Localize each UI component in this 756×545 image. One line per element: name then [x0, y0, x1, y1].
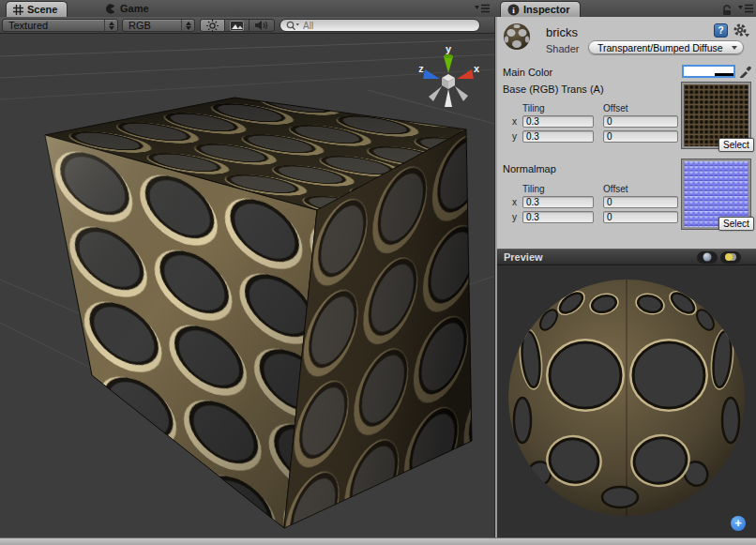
scene-audio-toggle[interactable] [249, 19, 275, 32]
normal-offset-y-input[interactable] [603, 211, 678, 223]
base-row-x-label: x [512, 116, 517, 127]
normal-offset-header: Offset [603, 184, 628, 194]
tab-inspector-label: Inspector [523, 4, 570, 15]
base-map-label: Base (RGB) Trans (A) [503, 83, 604, 95]
scene-toolbar: Textured RGB [0, 17, 495, 34]
alpha-bar [684, 73, 733, 76]
scene-overlay-toggle[interactable] [224, 19, 249, 32]
tab-scene-label: Scene [27, 4, 57, 15]
material-name: bricks [546, 25, 578, 39]
normal-tiling-y-input[interactable] [522, 211, 594, 223]
preview-area[interactable]: + [497, 265, 756, 537]
scene-panel-menu-icon[interactable] [474, 3, 491, 14]
preview-title: Preview [504, 251, 697, 263]
preview-add-button[interactable]: + [731, 516, 746, 531]
base-tiling-y-input[interactable] [522, 130, 594, 143]
render-mode-dropdown[interactable]: RGB [122, 19, 195, 32]
normal-row-y-label: y [512, 212, 517, 222]
scene-3d-canvas: y x z [0, 34, 495, 537]
base-offset-x-input[interactable] [603, 115, 678, 128]
tab-inspector[interactable]: i Inspector [500, 1, 581, 17]
inspector-panel-menu-icon[interactable] [737, 3, 754, 14]
normal-map-label: Normalmap [503, 163, 556, 174]
tab-strip: Scene Game i Inspector [0, 0, 756, 18]
tab-scene[interactable]: Scene [6, 1, 68, 17]
scene-view[interactable]: y x z [0, 34, 495, 537]
normal-offset-x-input[interactable] [603, 196, 678, 208]
normal-tiling-header: Tiling [522, 184, 545, 194]
chevron-down-icon [732, 46, 737, 50]
normal-map-select-button[interactable]: Select [718, 217, 754, 231]
dropdown-arrows-icon [181, 20, 194, 31]
material-sphere-icon [503, 23, 531, 51]
preview-sphere-canvas [497, 265, 756, 537]
preview-header[interactable]: Preview [497, 249, 756, 265]
scene-search[interactable] [280, 19, 480, 32]
base-offset-y-input[interactable] [603, 130, 678, 143]
game-icon [105, 3, 116, 15]
sphere-icon [703, 252, 712, 262]
base-texture-select-button[interactable]: Select [718, 138, 754, 152]
eyedropper-icon[interactable] [739, 65, 752, 78]
gear-icon[interactable] [733, 23, 749, 38]
tab-game[interactable]: Game [98, 0, 157, 17]
draw-mode-dropdown[interactable]: Textured [2, 19, 118, 32]
main-color-swatch[interactable] [682, 65, 735, 78]
lights-icon [724, 252, 737, 262]
unity-editor-window: Scene Game i Inspector [0, 0, 756, 545]
base-offset-header: Offset [603, 103, 628, 114]
image-icon [230, 21, 244, 31]
speaker-icon [255, 20, 268, 31]
scene-lighting-toggle[interactable] [200, 19, 225, 32]
scene-search-input[interactable] [301, 20, 474, 32]
info-icon: i [507, 4, 520, 16]
gizmo-x-label: x [474, 63, 480, 74]
shader-label: Shader [546, 43, 579, 54]
preview-lighting-button[interactable] [720, 251, 741, 264]
scene-grid-icon [13, 5, 23, 15]
shader-value: Transparent/Bumped Diffuse [597, 42, 732, 53]
gizmo-z-label: z [418, 63, 424, 74]
shader-dropdown[interactable]: Transparent/Bumped Diffuse [588, 40, 744, 54]
gizmo-y-label: y [446, 43, 452, 54]
normal-row-x-label: x [512, 197, 517, 207]
normal-tiling-x-input[interactable] [522, 196, 594, 208]
base-row-y-label: y [512, 131, 517, 142]
inspector-panel: bricks Shader Transparent/Bumped Diffuse… [497, 17, 756, 249]
base-tiling-x-input[interactable] [522, 115, 594, 128]
preview-mesh-button[interactable] [697, 251, 718, 264]
main-color-label: Main Color [503, 67, 552, 78]
dropdown-arrows-icon [104, 20, 117, 31]
render-mode-value: RGB [129, 20, 151, 31]
tab-game-label: Game [120, 3, 149, 14]
search-icon [286, 21, 299, 31]
base-tiling-header: Tiling [522, 103, 545, 114]
sun-icon [206, 20, 219, 32]
window-bottom-border [0, 537, 756, 545]
help-icon[interactable]: ? [714, 23, 728, 38]
draw-mode-value: Textured [8, 20, 48, 31]
